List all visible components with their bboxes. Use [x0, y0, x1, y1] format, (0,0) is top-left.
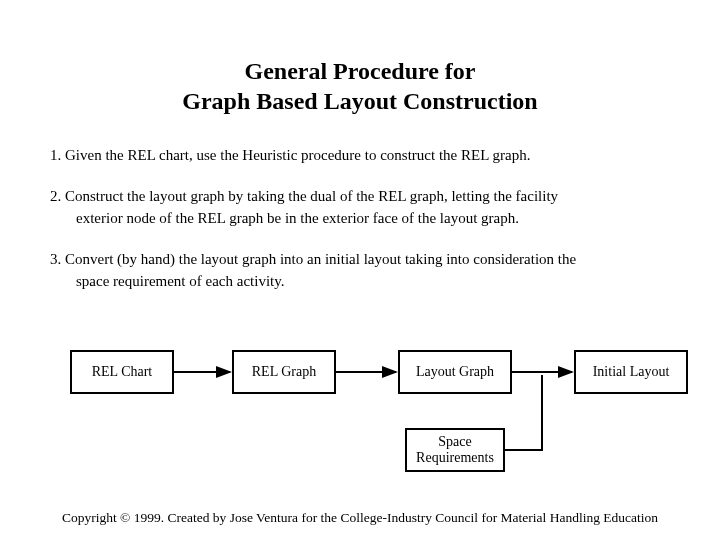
box-space-requirements: Space Requirements [405, 428, 505, 472]
step-3: 3. Convert (by hand) the layout graph in… [50, 248, 670, 293]
step-text: Given the REL chart, use the Heuristic p… [65, 147, 530, 163]
title-line-1: General Procedure for [244, 58, 475, 84]
step-1: 1. Given the REL chart, use the Heuristi… [50, 144, 670, 167]
step-number: 1. [50, 147, 61, 163]
box-label: Layout Graph [416, 364, 494, 380]
box-label: REL Chart [92, 364, 153, 380]
step-text: Construct the layout graph by taking the… [65, 188, 558, 204]
step-number: 3. [50, 251, 61, 267]
step-number: 2. [50, 188, 61, 204]
copyright-footer: Copyright © 1999. Created by Jose Ventur… [0, 510, 720, 526]
step-2: 2. Construct the layout graph by taking … [50, 185, 670, 230]
box-layout-graph: Layout Graph [398, 350, 512, 394]
footer-text: Copyright © 1999. Created by Jose Ventur… [62, 510, 658, 525]
box-rel-graph: REL Graph [232, 350, 336, 394]
procedure-steps: 1. Given the REL chart, use the Heuristi… [50, 144, 670, 293]
step-text-cont: exterior node of the REL graph be in the… [68, 207, 670, 230]
slide-title: General Procedure for Graph Based Layout… [0, 56, 720, 116]
title-line-2: Graph Based Layout Construction [182, 88, 537, 114]
box-rel-chart: REL Chart [70, 350, 174, 394]
flow-diagram: REL Chart REL Graph Layout Graph Initial… [0, 350, 720, 490]
step-text-cont: space requirement of each activity. [68, 270, 670, 293]
box-initial-layout: Initial Layout [574, 350, 688, 394]
box-label: Space Requirements [413, 434, 497, 466]
box-label: Initial Layout [593, 364, 670, 380]
step-text: Convert (by hand) the layout graph into … [65, 251, 576, 267]
box-label: REL Graph [252, 364, 316, 380]
